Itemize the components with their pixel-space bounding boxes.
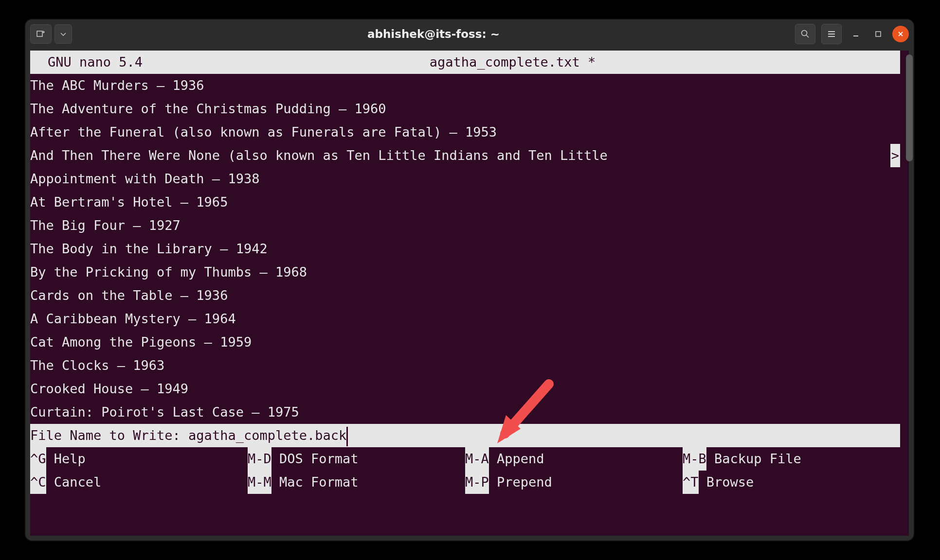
hamburger-icon <box>827 29 836 39</box>
nano-shortcut-row-2: ^C CancelM-M Mac FormatM-P Prepend^T Bro… <box>30 471 900 494</box>
nano-app-name: GNU nano 5.4 <box>30 51 143 74</box>
nano-shortcut: M-M Mac Format <box>248 471 465 494</box>
nano-text-line[interactable]: The Big Four – 1927 <box>30 214 900 237</box>
nano-text-line[interactable]: By the Pricking of my Thumbs – 1968 <box>30 261 900 284</box>
close-icon <box>897 31 904 37</box>
nano-text-line[interactable]: A Caribbean Mystery – 1964 <box>30 307 900 331</box>
nano-shortcut: M-D DOS Format <box>248 447 465 471</box>
nano-text-line[interactable]: Cards on the Table – 1936 <box>30 284 900 307</box>
nano-shortcut: M-B Backup File <box>683 447 900 471</box>
scrollbar-thumb[interactable] <box>906 54 913 161</box>
new-tab-icon <box>36 29 46 39</box>
nano-text-line[interactable]: The Clocks – 1963 <box>30 354 900 377</box>
nano-shortcut-label: Help <box>46 447 86 471</box>
nano-shortcut-label: Backup File <box>706 447 801 471</box>
nano-shortcut-key: M-P <box>465 471 489 494</box>
svg-line-4 <box>806 35 809 37</box>
nano-text-line[interactable]: And Then There Were None (also known as … <box>30 144 900 167</box>
nano-shortcut-label: Mac Format <box>271 471 359 494</box>
nano-text-line[interactable]: The ABC Murders – 1936 <box>30 74 900 97</box>
nano-text-line[interactable]: Appointment with Death – 1938 <box>30 167 900 191</box>
nano-header: GNU nano 5.4 agatha_complete.txt * <box>30 51 900 74</box>
search-icon <box>800 29 810 39</box>
svg-rect-9 <box>876 32 881 36</box>
terminal-viewport[interactable]: GNU nano 5.4 agatha_complete.txt * The A… <box>30 51 909 536</box>
nano-text-line[interactable]: After the Funeral (also known as Funeral… <box>30 121 900 144</box>
nano-shortcut-key: M-M <box>248 471 271 494</box>
menu-button[interactable] <box>821 24 842 44</box>
nano-shortcut-key: M-B <box>683 447 706 471</box>
nano-content[interactable]: The ABC Murders – 1936The Adventure of t… <box>30 74 900 424</box>
window-title: abhishek@its-foss: ~ <box>367 28 500 40</box>
nano-save-prompt[interactable]: File Name to Write: agatha_complete.back <box>30 424 900 447</box>
nano-text-line[interactable]: At Bertram's Hotel – 1965 <box>30 191 900 214</box>
terminal-window: abhishek@its-foss: ~ GNU nano 5.4 agatha <box>25 19 914 541</box>
nano-prompt-value: agatha_complete.back <box>188 428 346 443</box>
nano-shortcut: M-A Append <box>465 447 683 471</box>
nano-text-line[interactable]: The Adventure of the Christmas Pudding –… <box>30 97 900 121</box>
close-button[interactable] <box>892 26 909 42</box>
maximize-icon <box>875 31 882 37</box>
nano-prompt-label: File Name to Write: <box>30 428 188 443</box>
maximize-button[interactable] <box>870 26 886 42</box>
nano-shortcut: ^G Help <box>30 447 248 471</box>
nano-text-line[interactable]: Curtain: Poirot's Last Case – 1975 <box>30 401 900 424</box>
new-tab-button[interactable] <box>30 24 52 44</box>
svg-point-3 <box>801 31 807 36</box>
nano-shortcut-key: ^C <box>30 471 46 494</box>
minimize-button[interactable] <box>848 26 864 42</box>
text-cursor <box>346 427 348 446</box>
nano-shortcut-label: DOS Format <box>271 447 359 471</box>
nano-text-line[interactable]: Cat Among the Pigeons – 1959 <box>30 331 900 354</box>
minimize-icon <box>852 31 859 37</box>
nano-shortcut-label: Append <box>489 447 544 471</box>
svg-rect-0 <box>37 31 42 36</box>
nano-shortcut-row-1: ^G HelpM-D DOS FormatM-A AppendM-B Backu… <box>30 447 900 471</box>
search-button[interactable] <box>795 24 815 44</box>
nano-shortcut-label: Prepend <box>489 471 552 494</box>
nano-editor: GNU nano 5.4 agatha_complete.txt * The A… <box>30 51 900 536</box>
nano-shortcut-key: ^G <box>30 447 46 471</box>
nano-shortcut: ^T Browse <box>683 471 900 494</box>
titlebar-left-controls <box>30 24 72 44</box>
titlebar-right-controls <box>795 24 909 44</box>
nano-shortcut-key: ^T <box>683 471 699 494</box>
nano-shortcut-key: M-A <box>465 447 489 471</box>
nano-shortcut-key: M-D <box>248 447 271 471</box>
tab-dropdown-button[interactable] <box>54 24 72 44</box>
nano-shortcut-label: Cancel <box>46 471 102 494</box>
nano-shortcut-label: Browse <box>699 471 754 494</box>
chevron-down-icon <box>60 31 67 37</box>
nano-shortcut: M-P Prepend <box>465 471 683 494</box>
nano-line-overflow-marker: > <box>890 144 900 167</box>
window-titlebar: abhishek@its-foss: ~ <box>25 19 914 49</box>
nano-text-line[interactable]: Crooked House – 1949 <box>30 377 900 401</box>
nano-text-line[interactable]: The Body in the Library – 1942 <box>30 237 900 261</box>
nano-filename: agatha_complete.txt * <box>143 51 883 74</box>
nano-shortcut: ^C Cancel <box>30 471 248 494</box>
